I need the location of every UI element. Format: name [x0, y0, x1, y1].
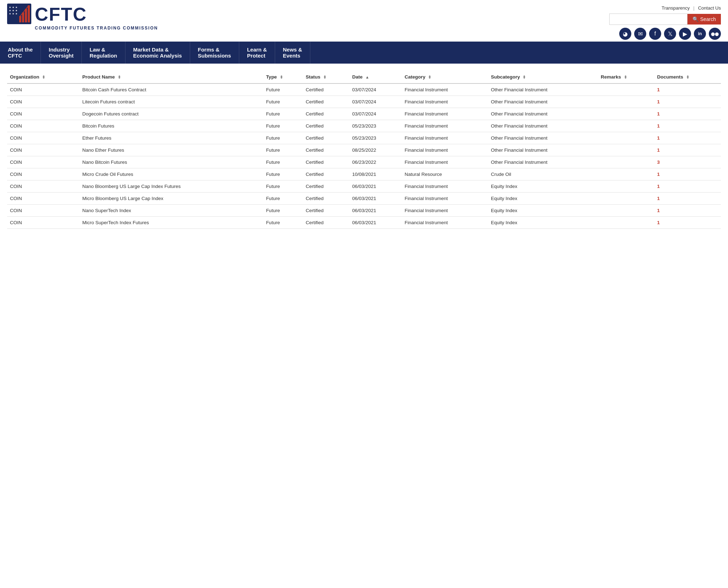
cell-product: Micro Bloomberg US Large Cap Index [79, 193, 263, 205]
cell-type: Future [263, 120, 303, 132]
cell-status: Certified [303, 120, 349, 132]
col-documents[interactable]: Documents ⇕ [654, 71, 721, 83]
cell-org: COIN [7, 180, 79, 193]
rss-icon[interactable]: ◕ [619, 28, 631, 40]
transparency-link[interactable]: Transparency [662, 5, 690, 11]
table-row: COIN Ether Futures Future Certified 05/2… [7, 132, 721, 144]
twitter-icon[interactable]: 𝕏 [664, 28, 676, 40]
nav-about[interactable]: About theCFTC [0, 42, 41, 64]
cell-documents[interactable]: 3 [654, 156, 721, 168]
nav-forms[interactable]: Forms &Submissions [190, 42, 239, 64]
linkedin-icon[interactable]: in [694, 28, 706, 40]
cell-date: 06/03/2021 [349, 217, 402, 229]
table-row: COIN Dogecoin Futures contract Future Ce… [7, 108, 721, 120]
cell-documents[interactable]: 1 [654, 108, 721, 120]
cell-date: 03/07/2024 [349, 108, 402, 120]
facebook-icon[interactable]: f [649, 28, 661, 40]
youtube-icon[interactable]: ▶ [679, 28, 691, 40]
cell-org: COIN [7, 205, 79, 217]
col-organization[interactable]: Organization ⇕ [7, 71, 79, 83]
table-row: COIN Micro Crude Oil Futures Future Cert… [7, 168, 721, 180]
cell-category: Financial Instrument [402, 205, 488, 217]
col-date[interactable]: Date ▲ [349, 71, 402, 83]
col-type[interactable]: Type ⇕ [263, 71, 303, 83]
search-input[interactable] [609, 14, 687, 25]
document-link[interactable]: 3 [657, 160, 660, 165]
cell-documents[interactable]: 1 [654, 168, 721, 180]
nav-market-data[interactable]: Market Data &Economic Analysis [125, 42, 190, 64]
cell-status: Certified [303, 96, 349, 108]
cell-documents[interactable]: 1 [654, 180, 721, 193]
nav-news[interactable]: News &Events [275, 42, 310, 64]
cell-documents[interactable]: 1 [654, 144, 721, 156]
nav-industry[interactable]: IndustryOversight [41, 42, 82, 64]
document-link[interactable]: 1 [657, 147, 660, 153]
table-container: Organization ⇕ Product Name ⇕ Type ⇕ Sta… [0, 64, 728, 236]
document-link[interactable]: 1 [657, 135, 660, 141]
sort-icon-org: ⇕ [42, 75, 45, 79]
cell-org: COIN [7, 193, 79, 205]
table-row: COIN Nano Bitcoin Futures Future Certifi… [7, 156, 721, 168]
svg-text:★: ★ [12, 12, 14, 15]
cell-documents[interactable]: 1 [654, 132, 721, 144]
cell-documents[interactable]: 1 [654, 83, 721, 96]
cell-type: Future [263, 217, 303, 229]
cell-documents[interactable]: 1 [654, 96, 721, 108]
document-link[interactable]: 1 [657, 99, 660, 104]
cell-product: Nano Bitcoin Futures [79, 156, 263, 168]
cell-org: COIN [7, 217, 79, 229]
cell-category: Natural Resource [402, 168, 488, 180]
cell-remarks [598, 120, 654, 132]
svg-text:★: ★ [15, 6, 17, 9]
cell-product: Bitcoin Cash Futures Contract [79, 83, 263, 96]
document-link[interactable]: 1 [657, 208, 660, 213]
cell-subcategory: Other Financial Instrument [488, 120, 598, 132]
cell-product: Nano Ether Futures [79, 144, 263, 156]
cell-category: Financial Instrument [402, 217, 488, 229]
cell-remarks [598, 168, 654, 180]
col-remarks[interactable]: Remarks ⇕ [598, 71, 654, 83]
nav-learn[interactable]: Learn &Protect [239, 42, 275, 64]
cell-subcategory: Crude Oil [488, 168, 598, 180]
col-subcategory[interactable]: Subcategory ⇕ [488, 71, 598, 83]
cell-date: 05/23/2023 [349, 120, 402, 132]
col-category[interactable]: Category ⇕ [402, 71, 488, 83]
cell-org: COIN [7, 144, 79, 156]
cell-status: Certified [303, 108, 349, 120]
cell-type: Future [263, 156, 303, 168]
cell-product: Micro Crude Oil Futures [79, 168, 263, 180]
document-link[interactable]: 1 [657, 184, 660, 189]
cell-category: Financial Instrument [402, 156, 488, 168]
cell-product: Nano Bloomberg US Large Cap Index Future… [79, 180, 263, 193]
cell-type: Future [263, 108, 303, 120]
document-link[interactable]: 1 [657, 111, 660, 117]
nav-law[interactable]: Law &Regulation [82, 42, 125, 64]
cell-type: Future [263, 144, 303, 156]
document-link[interactable]: 1 [657, 172, 660, 177]
cell-date: 10/08/2021 [349, 168, 402, 180]
cell-category: Financial Instrument [402, 120, 488, 132]
svg-rect-12 [25, 9, 27, 22]
email-icon[interactable]: ✉ [634, 28, 646, 40]
document-link[interactable]: 1 [657, 87, 660, 92]
document-link[interactable]: 1 [657, 196, 660, 201]
cell-date: 06/23/2022 [349, 156, 402, 168]
cell-subcategory: Other Financial Instrument [488, 96, 598, 108]
cell-documents[interactable]: 1 [654, 193, 721, 205]
document-link[interactable]: 1 [657, 123, 660, 129]
flickr-icon[interactable]: ⬤⬤ [709, 28, 721, 40]
sort-icon-remarks: ⇕ [624, 75, 627, 79]
cell-documents[interactable]: 1 [654, 205, 721, 217]
search-button[interactable]: 🔍 Search [687, 14, 721, 25]
cell-documents[interactable]: 1 [654, 120, 721, 132]
contact-link[interactable]: Contact Us [698, 5, 721, 11]
cell-documents[interactable]: 1 [654, 217, 721, 229]
table-row: COIN Litecoin Futures contract Future Ce… [7, 96, 721, 108]
logo-main: ★ ★ ★ ★ ★ ★ ★ ★ ★ CFTC [7, 4, 87, 25]
cell-status: Certified [303, 156, 349, 168]
document-link[interactable]: 1 [657, 220, 660, 225]
col-product-name[interactable]: Product Name ⇕ [79, 71, 263, 83]
cell-subcategory: Equity Index [488, 217, 598, 229]
col-status[interactable]: Status ⇕ [303, 71, 349, 83]
cell-remarks [598, 144, 654, 156]
